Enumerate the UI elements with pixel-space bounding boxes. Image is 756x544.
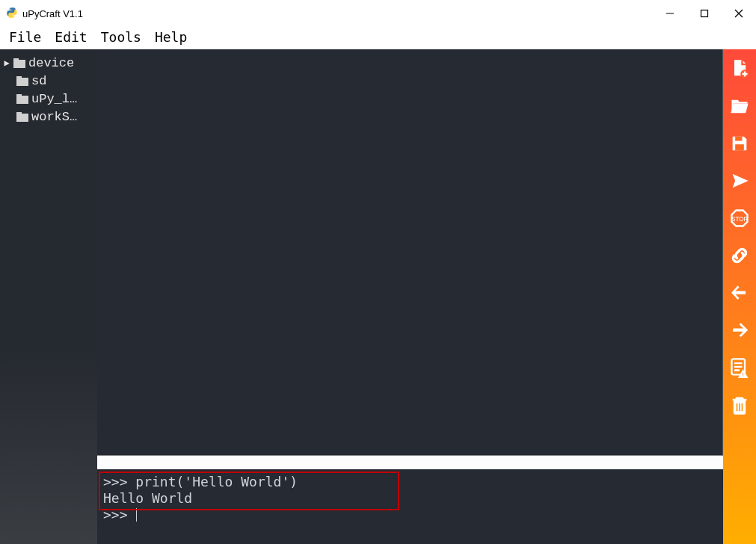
- redo-button[interactable]: [726, 318, 753, 342]
- window-title: uPyCraft V1.1: [22, 8, 83, 19]
- folder-icon: [16, 112, 28, 122]
- download-run-button[interactable]: [726, 169, 753, 193]
- new-file-icon: [729, 58, 750, 79]
- undo-icon: [729, 282, 750, 303]
- maximize-button[interactable]: [687, 0, 722, 27]
- undo-button[interactable]: [726, 281, 753, 305]
- cursor-icon: [136, 508, 137, 522]
- menu-file[interactable]: File: [9, 29, 41, 45]
- download-run-icon: [729, 170, 750, 191]
- workspace: ▶ device sd uPy_l… workS…: [0, 49, 756, 544]
- tree-item-sd[interactable]: sd: [3, 72, 94, 90]
- open-file-icon: [729, 96, 750, 117]
- svg-rect-5: [13, 58, 19, 61]
- titlebar: uPyCraft V1.1: [0, 0, 756, 27]
- folder-icon: [16, 76, 28, 86]
- svg-rect-9: [16, 94, 22, 97]
- syntax-check-icon: !: [729, 357, 750, 378]
- open-file-button[interactable]: [726, 94, 753, 118]
- menubar: File Edit Tools Help: [0, 27, 756, 49]
- close-button[interactable]: [722, 0, 756, 27]
- redo-icon: [729, 320, 750, 341]
- horizontal-splitter[interactable]: [97, 456, 723, 469]
- svg-text:STOP: STOP: [731, 216, 749, 223]
- terminal[interactable]: >>> print('Hello World') Hello World >>>: [97, 469, 723, 544]
- menu-edit[interactable]: Edit: [55, 29, 87, 45]
- svg-rect-1: [701, 10, 708, 17]
- svg-rect-7: [16, 76, 22, 79]
- right-toolbar: STOP !: [723, 49, 756, 544]
- tree-label: workS…: [31, 110, 77, 124]
- tree-label: sd: [31, 74, 46, 88]
- tree-item-upylib[interactable]: uPy_l…: [3, 90, 94, 108]
- terminal-prompt: >>>: [100, 507, 722, 523]
- expand-arrow-icon[interactable]: ▶: [3, 58, 10, 69]
- stop-button[interactable]: STOP: [726, 206, 753, 230]
- menu-tools[interactable]: Tools: [101, 29, 141, 45]
- minimize-button[interactable]: [653, 0, 687, 27]
- tree-item-device[interactable]: ▶ device: [3, 54, 94, 72]
- svg-text:!: !: [741, 372, 745, 378]
- connect-icon: [729, 245, 750, 266]
- clear-button[interactable]: [726, 393, 753, 417]
- tree-item-workspace[interactable]: workS…: [3, 108, 94, 126]
- connect-button[interactable]: [726, 244, 753, 268]
- syntax-check-button[interactable]: !: [726, 356, 753, 380]
- app-logo-icon: [6, 7, 18, 21]
- folder-icon: [16, 94, 28, 104]
- terminal-line: Hello World: [100, 490, 722, 507]
- save-file-icon: [729, 133, 750, 154]
- stop-icon: STOP: [729, 208, 750, 229]
- menu-help[interactable]: Help: [155, 29, 187, 45]
- new-file-button[interactable]: [726, 57, 753, 81]
- folder-icon: [13, 58, 25, 68]
- svg-rect-14: [735, 144, 744, 150]
- window-controls: [653, 0, 756, 27]
- svg-rect-13: [735, 137, 742, 141]
- svg-rect-11: [16, 112, 22, 115]
- code-editor[interactable]: [97, 49, 723, 456]
- center-pane: >>> print('Hello World') Hello World >>>: [97, 49, 723, 544]
- terminal-line: >>> print('Hello World'): [100, 474, 722, 490]
- tree-label: uPy_l…: [31, 92, 77, 106]
- save-file-button[interactable]: [726, 132, 753, 155]
- file-tree: ▶ device sd uPy_l… workS…: [0, 49, 97, 544]
- titlebar-left: uPyCraft V1.1: [6, 7, 83, 21]
- tree-label: device: [28, 56, 74, 70]
- clear-icon: [729, 395, 750, 415]
